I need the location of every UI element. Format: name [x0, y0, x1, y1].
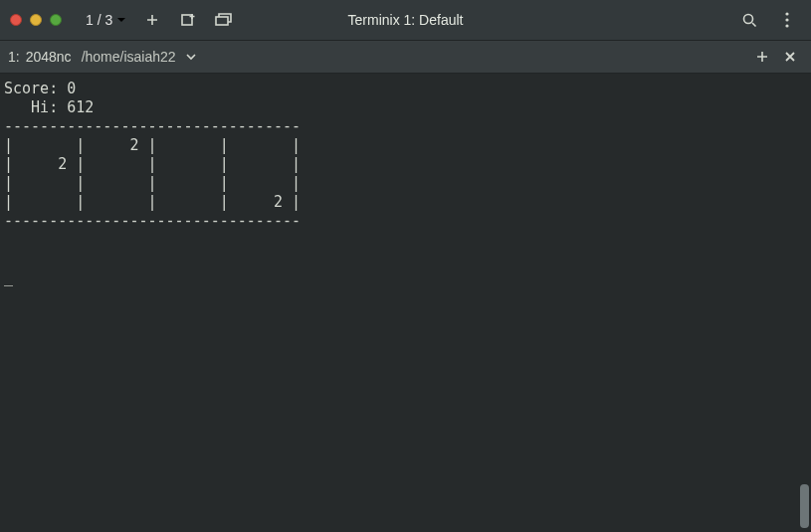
scrollbar[interactable]: [800, 74, 809, 532]
terminal-tab[interactable]: 1: 2048nc /home/isaiah22: [8, 49, 196, 65]
plus-icon: [756, 51, 768, 63]
session-indicator-label: 1 / 3: [86, 12, 112, 28]
session-indicator[interactable]: 1 / 3: [82, 12, 130, 28]
chevron-down-icon: [186, 52, 196, 62]
app-menu-button[interactable]: [773, 6, 801, 34]
search-icon: [741, 12, 757, 28]
window-controls: [10, 14, 62, 26]
close-window-button[interactable]: [10, 14, 22, 26]
new-terminal-button[interactable]: [174, 6, 202, 34]
layout-button[interactable]: [210, 6, 238, 34]
svg-point-2: [744, 15, 753, 24]
svg-point-5: [785, 24, 788, 27]
terminal-tabbar: 1: 2048nc /home/isaiah22: [0, 40, 811, 74]
svg-point-3: [785, 12, 788, 15]
search-button[interactable]: [735, 6, 763, 34]
tab-path: /home/isaiah22: [82, 49, 176, 65]
terminal-pane[interactable]: Score: 0 Hi: 612 -----------------------…: [0, 74, 811, 532]
chevron-down-icon: [116, 15, 126, 25]
window-titlebar: 1 / 3 Terminix 1: Default: [0, 0, 811, 40]
add-session-button[interactable]: [138, 6, 166, 34]
kebab-menu-icon: [785, 12, 789, 28]
svg-point-4: [785, 18, 788, 21]
terminal-output: Score: 0 Hi: 612 -----------------------…: [4, 80, 807, 287]
maximize-window-button[interactable]: [50, 14, 62, 26]
tab-index: 1:: [8, 49, 20, 65]
minimize-window-button[interactable]: [30, 14, 42, 26]
terminal-add-icon: [180, 12, 196, 28]
scrollbar-thumb[interactable]: [800, 484, 809, 528]
plus-icon: [145, 13, 159, 27]
close-icon: [784, 51, 796, 63]
layout-icon: [215, 13, 233, 27]
svg-rect-1: [216, 17, 228, 25]
tab-process: 2048nc: [26, 49, 72, 65]
add-terminal-button[interactable]: [755, 50, 769, 64]
close-terminal-button[interactable]: [783, 50, 797, 64]
